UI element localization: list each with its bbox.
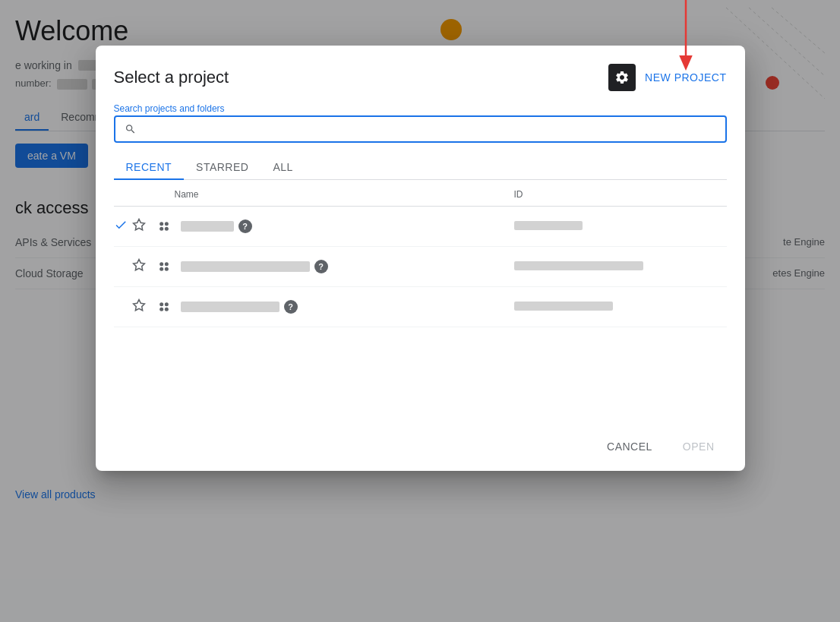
help-icon[interactable]: ? bbox=[238, 219, 252, 233]
project-name-blur bbox=[181, 261, 310, 272]
project-icon bbox=[153, 216, 175, 237]
svg-point-12 bbox=[164, 267, 168, 271]
project-id-blur bbox=[514, 221, 583, 230]
tabs-bar: RECENT STARRED ALL bbox=[114, 155, 727, 180]
search-input[interactable] bbox=[142, 123, 715, 135]
dialog-title: Select a project bbox=[114, 68, 229, 87]
table-row[interactable]: ? bbox=[114, 207, 727, 247]
project-name-blur bbox=[181, 221, 234, 232]
search-label: Search projects and folders bbox=[114, 103, 727, 114]
dialog-footer: CANCEL OPEN bbox=[96, 422, 745, 471]
settings-button[interactable] bbox=[608, 64, 636, 91]
svg-point-6 bbox=[164, 222, 168, 226]
project-name: ? bbox=[181, 219, 514, 233]
select-project-dialog: Select a project bbox=[96, 46, 745, 471]
table-header: Name ID bbox=[114, 180, 727, 207]
project-id-blur bbox=[514, 302, 613, 311]
project-table: Name ID ? bbox=[114, 180, 727, 422]
svg-point-9 bbox=[159, 262, 163, 266]
table-row[interactable]: ? bbox=[114, 247, 727, 287]
search-area: Search projects and folders bbox=[96, 103, 745, 143]
project-name-blur bbox=[181, 302, 279, 312]
svg-point-10 bbox=[164, 262, 168, 266]
table-row[interactable]: ? bbox=[114, 287, 727, 327]
svg-point-11 bbox=[159, 267, 163, 271]
project-id bbox=[514, 260, 727, 273]
svg-point-16 bbox=[164, 308, 168, 311]
svg-point-5 bbox=[159, 222, 163, 226]
dialog-header: Select a project bbox=[96, 64, 745, 103]
star-icon[interactable] bbox=[132, 298, 153, 316]
svg-point-7 bbox=[159, 227, 163, 231]
tab-all[interactable]: ALL bbox=[261, 155, 305, 179]
cancel-button[interactable]: CANCEL bbox=[595, 434, 665, 459]
help-icon[interactable]: ? bbox=[314, 260, 328, 273]
project-icon bbox=[153, 256, 175, 277]
new-project-area: NEW PROJECT bbox=[645, 71, 726, 84]
annotation-arrow bbox=[674, 0, 697, 78]
search-box bbox=[114, 115, 727, 143]
search-icon bbox=[125, 123, 137, 135]
project-name: ? bbox=[181, 260, 514, 273]
col-name-header: Name bbox=[114, 189, 514, 200]
modal-overlay: Select a project bbox=[0, 0, 840, 622]
project-name: ? bbox=[181, 300, 514, 314]
tab-starred[interactable]: STARRED bbox=[184, 155, 261, 179]
svg-point-8 bbox=[164, 227, 168, 231]
selected-check-icon bbox=[114, 218, 132, 235]
star-icon[interactable] bbox=[132, 258, 153, 276]
header-actions: NEW PROJECT bbox=[608, 64, 726, 91]
star-icon[interactable] bbox=[132, 218, 153, 235]
project-id bbox=[514, 219, 727, 233]
project-id bbox=[514, 300, 727, 314]
col-id-header: ID bbox=[514, 189, 727, 200]
svg-point-14 bbox=[164, 302, 168, 306]
gear-icon bbox=[614, 70, 630, 85]
svg-point-13 bbox=[159, 302, 163, 306]
project-icon bbox=[153, 296, 175, 317]
help-icon[interactable]: ? bbox=[284, 300, 298, 314]
svg-point-15 bbox=[159, 308, 163, 311]
tab-recent[interactable]: RECENT bbox=[114, 155, 185, 179]
open-button[interactable]: OPEN bbox=[671, 434, 727, 459]
project-id-blur bbox=[514, 261, 643, 270]
